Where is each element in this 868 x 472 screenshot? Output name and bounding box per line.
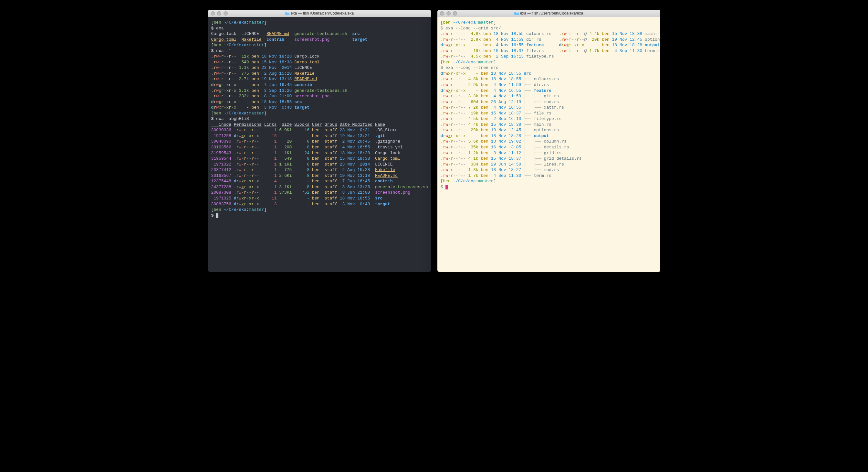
titlebar: exa — fish /Users/ben/Code/exa/exa [208, 10, 431, 17]
terminal-line: .rw-r--r-- 19k ben 15 Nov 18:37 ├── file… [441, 111, 657, 116]
terminal-line: 1971325 drwxr-xr-x 11 - - ben staff 18 N… [211, 196, 428, 201]
terminal-body-dark[interactable]: [ben ~/C/e/exa:master]$ exaCargo.lock LI… [208, 17, 431, 272]
folder-icon [514, 12, 519, 15]
terminal-line: 1971258 drwxr-xr-x 15 - - ben staff 19 N… [211, 133, 428, 139]
terminal-line: .rw-r--r-- 4.4k ben 15 Nov 18:38 ├── mai… [441, 122, 657, 128]
terminal-line: Cargo.toml Makefile contrib screenshot.p… [211, 37, 428, 43]
terminal-line: .rw-r--r-- 4.1k ben 15 Nov 18:37 │ ├── g… [441, 156, 657, 161]
terminal-line: 12375448 drwxr-xr-x 4 - - ben staff 7 Ju… [211, 178, 428, 184]
terminal-line: 24377288 .rwxr-xr-x 1 3.1Ki 8 ben staff … [211, 184, 428, 190]
terminal-line: .rw-r--r-- 1.3k ben 18 Nov 18:27 │ └── m… [441, 167, 657, 173]
terminal-line: $ [211, 213, 428, 218]
folder-icon [285, 12, 289, 15]
minimize-icon[interactable] [446, 11, 451, 16]
terminal-line: .rw-r--r-- 2.7k ben 19 Nov 13:18 README.… [211, 76, 428, 82]
traffic-lights [211, 11, 228, 16]
terminal-line: drwxr-xr-x - ben 4 Nov 16:55 ├── feature [441, 88, 657, 94]
terminal-line: drwxr-xr-x - ben 18 Nov 18:28 ├── output [441, 133, 657, 139]
terminal-window-dark: exa — fish /Users/ben/Code/exa/exa [ben … [208, 10, 431, 272]
terminal-line: .rw-r--r-- 384 ben 29 Jun 14:50 │ ├── li… [441, 161, 657, 168]
terminal-line: .rw-r--r-- 775 ben 2 Aug 15:28 Makefile [211, 71, 428, 77]
terminal-line: .rw-r--r-- 19k ben 15 Nov 18:37 file.rs … [441, 48, 657, 54]
terminal-line: 30163566 .rw-r--r-- 1 200 8 ben staff 4 … [211, 145, 428, 150]
terminal-line: 23377412 .rw-r--r-- 1 775 8 ben staff 2 … [211, 167, 428, 173]
window-title: exa — fish /Users/ben/Code/exa/exa [437, 11, 660, 16]
terminal-window-light: exa — fish /Users/ben/Code/exa/exa [ben … [437, 10, 660, 272]
window-title: exa — fish /Users/ben/Code/exa/exa [208, 11, 431, 16]
terminal-line: [ben ~/C/e/exa:master] [211, 42, 428, 48]
terminal-line: .rw-r--r-- 2.9k ben 4 Nov 11:59 dir.rs .… [441, 37, 657, 43]
terminal-line: $ exa --long --grid src/ [441, 26, 657, 31]
terminal-line: .rw-r--r-- 7.2k ben 4 Nov 16:55 │ └── xa… [441, 105, 657, 111]
terminal-line: .rw-r--r-- 382k ben 8 Jun 21:00 screensh… [211, 93, 428, 99]
terminal-line: .rw-r--r-- 604 ben 26 Aug 12:19 │ ├── mo… [441, 99, 657, 105]
zoom-icon[interactable] [453, 11, 457, 16]
terminal-line: [ben ~/C/e/exa:master] [441, 59, 657, 65]
terminal-line: 30030336 .rw-r--r-- 1 6.0Ki 16 ben staff… [211, 127, 428, 133]
terminal-line: 30048390 .rw-r--r-- 1 20 8 ben staff 2 N… [211, 139, 428, 145]
minimize-icon[interactable] [217, 11, 221, 16]
terminal-line: drwxr-xr-x - ben 7 Jun 16:45 contrib [211, 82, 428, 88]
terminal-line: drwxr-xr-x - ben 3 Nov 0:48 target [211, 105, 428, 111]
terminal-line: .rw-r--r-- 29k ben 19 Nov 12:45 ├── opti… [441, 127, 657, 133]
terminal-line: $ exa -l [211, 48, 428, 54]
close-icon[interactable] [440, 11, 444, 16]
titlebar: exa — fish /Users/ben/Code/exa/exa [437, 10, 660, 17]
terminal-line: [ben ~/C/e/exa:master] [441, 20, 657, 26]
terminal-line: [ben ~/C/e/exa:master] [211, 20, 428, 26]
terminal-line: [ben ~/C/e/exa:master] [211, 207, 428, 213]
terminal-line: 20087308 .rw-r--r-- 1 373Ki 752 ben staf… [211, 190, 428, 196]
terminal-line: [ben ~/C/e/exa:master] [441, 178, 657, 184]
close-icon[interactable] [211, 11, 215, 16]
traffic-lights [440, 11, 457, 16]
terminal-line: .rw-r--r-- 549 ben 15 Nov 18:38 Cargo.to… [211, 59, 428, 65]
terminal-line: Cargo.lock LICENCE README.md generate-te… [211, 31, 428, 37]
terminal-line: 1971322 .rw-r--r-- 1 1.1Ki 8 ben staff 2… [211, 161, 428, 168]
terminal-line: .rw-r--r-- 4.8k ben 18 Nov 18:55 ├── col… [441, 76, 657, 82]
terminal-line: .rw-r--r-- 4.8k ben 18 Nov 18:55 colours… [441, 31, 657, 37]
terminal-line: .rw-r--r-- 4.5k ben 2 Sep 16:13 filetype… [441, 54, 657, 59]
terminal-line: .rw-r--r-- 2.9k ben 4 Nov 11:59 ├── dir.… [441, 82, 657, 88]
terminal-body-light[interactable]: [ben ~/C/e/exa:master]$ exa --long --gri… [437, 17, 660, 272]
terminal-line: drwxr-xr-x - ben 4 Nov 16:55 feature drw… [441, 42, 657, 48]
terminal-line: 31959544 .rw-r--r-- 1 549 8 ben staff 15… [211, 156, 428, 161]
terminal-line: 31959543 .rw-r--r-- 1 11Ki 24 ben staff … [211, 150, 428, 156]
cursor [216, 213, 218, 218]
terminal-line: .rwxr-xr-x 3.1k ben 3 Sep 13:26 generate… [211, 88, 428, 94]
terminal-line: .rw-r--r-- 4.5k ben 2 Sep 16:13 ├── file… [441, 116, 657, 122]
terminal-line: .rw-r--r-- 1.7k ben 4 Sep 11:30 └── term… [441, 173, 657, 179]
terminal-line: $ exa --long --tree src [441, 65, 657, 71]
terminal-line: 30163567 .rw-r--r-- 1 2.6Ki 8 ben staff … [211, 173, 428, 179]
terminal-line: inode Permissions Links Size Blocks User… [211, 122, 428, 128]
terminal-line: drwxr-xr-x - ben 18 Nov 18:55 src [441, 71, 657, 77]
terminal-line: .rw-r--r-- 1.2k ben 3 Nov 11:12 │ ├── gr… [441, 150, 657, 156]
terminal-line: $ [441, 184, 657, 190]
terminal-line: drwxr-xr-x - ben 18 Nov 18:55 src [211, 99, 428, 105]
terminal-line: [ben ~/C/e/exa:master] [211, 111, 428, 116]
terminal-line: .rw-r--r-- 5.6k ben 18 Nov 19:02 │ ├── c… [441, 139, 657, 145]
terminal-line: .rw-r--r-- 11k ben 18 Nov 18:28 Cargo.lo… [211, 54, 428, 59]
terminal-line: .rw-r--r-- 35k ben 16 Nov 3:05 │ ├── det… [441, 145, 657, 150]
terminal-line: $ exa -abghHliS [211, 116, 428, 122]
terminal-line: $ exa [211, 26, 428, 31]
terminal-line: .rw-r--r-- 1.1k ben 23 Nov 2014 LICENCE [211, 65, 428, 71]
terminal-line: 30083756 drwxr-xr-x 3 - - ben staff 3 No… [211, 201, 428, 207]
zoom-icon[interactable] [223, 11, 228, 16]
terminal-line: .rw-r--r-- 3.3k ben 4 Nov 11:59 │ ├── gi… [441, 93, 657, 99]
cursor [445, 185, 448, 189]
